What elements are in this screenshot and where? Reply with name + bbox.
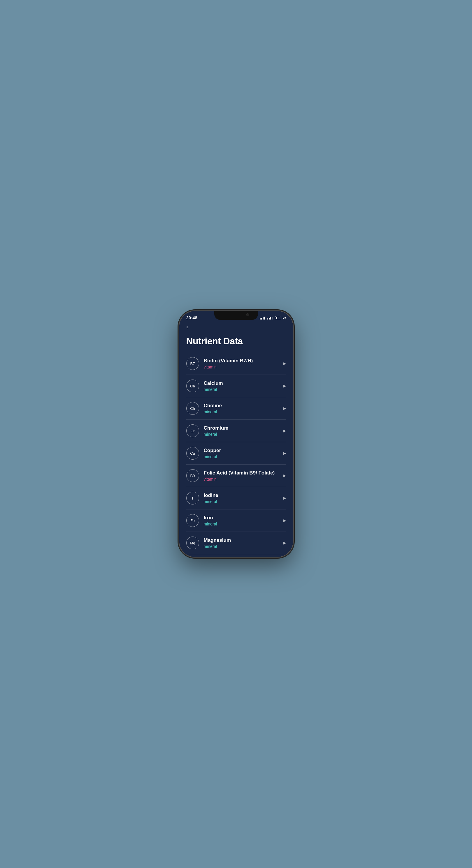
chevron-right-icon: ▶	[284, 541, 286, 545]
nutrient-name: Folic Acid (Vitamin B9/ Folate)	[204, 470, 281, 476]
nutrient-symbol: B9	[186, 469, 199, 482]
back-button[interactable]: ‹	[186, 321, 188, 332]
nutrient-type: vitamin	[204, 365, 281, 369]
nutrient-symbol: Fe	[186, 514, 199, 527]
nutrient-info: Coppermineral	[204, 447, 281, 459]
nutrient-symbol: B7	[186, 357, 199, 370]
nutrient-item[interactable]: B9Folic Acid (Vitamin B9/ Folate)vitamin…	[186, 465, 286, 487]
nutrient-type: mineral	[204, 387, 281, 392]
nutrient-info: Folic Acid (Vitamin B9/ Folate)vitamin	[204, 470, 281, 482]
nutrient-item[interactable]: B7Biotin (Vitamin B7/H)vitamin▶	[186, 352, 286, 375]
chevron-right-icon: ▶	[284, 451, 286, 455]
camera	[246, 313, 249, 316]
nutrient-info: Chromiummineral	[204, 425, 281, 437]
chevron-right-icon: ▶	[284, 519, 286, 523]
nutrient-name: Iron	[204, 515, 281, 521]
phone-screen: 20:48	[179, 311, 293, 557]
nutrient-type: mineral	[204, 455, 281, 459]
nutrient-symbol: Cu	[186, 447, 199, 460]
phone-frame: 20:48	[179, 311, 293, 557]
nutrient-item[interactable]: IIodinemineral▶	[186, 487, 286, 509]
battery-tip	[282, 317, 282, 319]
signal-bar-7	[270, 317, 271, 319]
battery-text: 20	[283, 316, 286, 319]
nutrient-item[interactable]: CrChromiummineral▶	[186, 420, 286, 442]
page-title: Nutrient Data	[186, 336, 286, 347]
nutrient-name: Magnesium	[204, 537, 281, 544]
nutrient-item[interactable]: ChCholinemineral▶	[186, 397, 286, 420]
signal-bar-8	[272, 317, 273, 319]
battery-body	[275, 316, 281, 319]
nutrient-name: Choline	[204, 403, 281, 409]
battery-icon: 20	[275, 316, 286, 319]
chevron-right-icon: ▶	[284, 429, 286, 433]
chevron-right-icon: ▶	[284, 496, 286, 500]
nutrient-info: Ironmineral	[204, 515, 281, 526]
signal-bar-6	[269, 318, 270, 319]
nutrient-type: mineral	[204, 409, 281, 414]
nutrient-symbol: Cr	[186, 424, 199, 437]
nutrient-item[interactable]: CaCalciummineral▶	[186, 375, 286, 397]
nutrient-symbol: Ch	[186, 402, 199, 415]
signal-bar-2	[261, 318, 262, 319]
nutrient-info: Calciummineral	[204, 380, 281, 392]
nutrient-name: Chromium	[204, 425, 281, 431]
notch	[214, 311, 258, 320]
back-chevron-icon: ‹	[186, 323, 188, 330]
nutrient-name: Biotin (Vitamin B7/H)	[204, 358, 281, 364]
nutrient-type: mineral	[204, 522, 281, 526]
status-icons: 20	[260, 316, 286, 319]
nutrient-type: mineral	[204, 432, 281, 437]
nutrient-info: Biotin (Vitamin B7/H)vitamin	[204, 358, 281, 369]
nutrient-type: mineral	[204, 499, 281, 504]
nutrient-name: Calcium	[204, 380, 281, 386]
nutrient-info: Iodinemineral	[204, 492, 281, 504]
nutrient-type: vitamin	[204, 477, 281, 482]
status-time: 20:48	[186, 315, 197, 320]
chevron-right-icon: ▶	[284, 474, 286, 478]
nutrient-symbol: I	[186, 492, 199, 504]
signal-bar-5	[267, 318, 268, 319]
nutrient-symbol: Mg	[186, 536, 199, 549]
nutrient-item[interactable]: FeIronmineral▶	[186, 509, 286, 532]
nutrient-info: Magnesiummineral	[204, 537, 281, 549]
signal-bar-1	[260, 318, 261, 319]
nutrient-item[interactable]: CuCoppermineral▶	[186, 442, 286, 465]
signal-bar-3	[263, 317, 264, 319]
signal-bars-1	[260, 316, 265, 319]
nutrient-symbol: Ca	[186, 379, 199, 392]
chevron-right-icon: ▶	[284, 362, 286, 366]
signal-bars-2	[267, 316, 273, 319]
nutrient-name: Iodine	[204, 492, 281, 499]
nutrient-type: mineral	[204, 544, 281, 549]
nutrient-name: Copper	[204, 447, 281, 454]
chevron-right-icon: ▶	[284, 406, 286, 410]
nutrient-item[interactable]: MgMagnesiummineral▶	[186, 532, 286, 554]
screen-content: ‹ Nutrient Data B7Biotin (Vitamin B7/H)v…	[179, 321, 293, 554]
nutrient-info: Cholinemineral	[204, 403, 281, 414]
nutrient-list: B7Biotin (Vitamin B7/H)vitamin▶CaCalcium…	[186, 352, 286, 554]
battery-fill	[276, 317, 277, 319]
signal-bar-4	[264, 317, 265, 319]
chevron-right-icon: ▶	[284, 384, 286, 388]
